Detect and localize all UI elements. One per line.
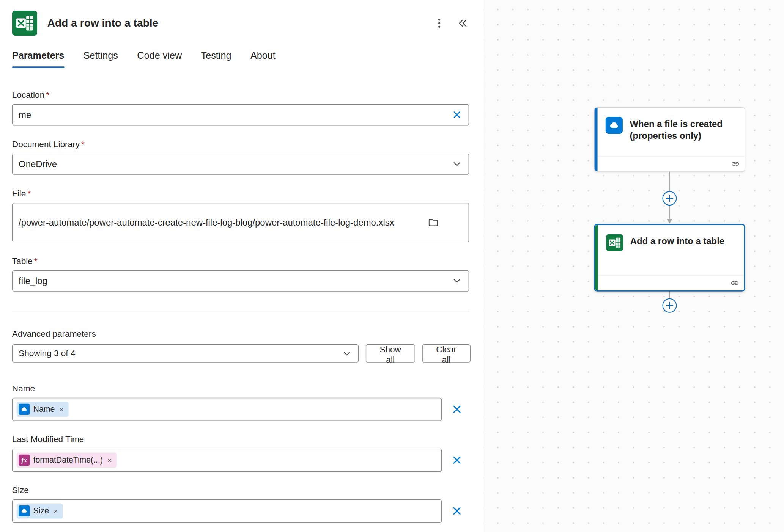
file-label: File* <box>12 189 471 199</box>
tab-testing[interactable]: Testing <box>201 50 231 68</box>
parameters-form: Location* me Document Library* <box>12 90 471 532</box>
last-modified-time-input[interactable]: fx formatDateTime(...) × <box>12 449 442 472</box>
link-indicator-icon <box>731 160 740 168</box>
location-input[interactable]: me <box>12 104 469 126</box>
panel-inner: Add a row into a table Parameters <box>0 0 483 532</box>
plus-icon <box>661 190 678 207</box>
tab-code-view-label: Code view <box>137 50 182 61</box>
expression-token-label: formatDateTime(...) <box>33 455 103 465</box>
remove-expression-token-button[interactable]: × <box>106 456 113 464</box>
action-config-panel: Add a row into a table Parameters <box>0 0 483 532</box>
insert-step-button[interactable] <box>661 190 678 207</box>
size-label: Size <box>12 485 471 496</box>
required-asterisk: * <box>27 189 31 198</box>
tab-code-view[interactable]: Code view <box>137 50 182 68</box>
expression-token-pill[interactable]: fx formatDateTime(...) × <box>17 453 117 468</box>
advanced-filter-value: Showing 3 of 4 <box>19 348 342 359</box>
name-token-pill[interactable]: Name × <box>17 402 69 417</box>
location-label: Location* <box>12 90 471 100</box>
tab-about-label: About <box>250 50 276 61</box>
clear-last-modified-time-button[interactable] <box>451 454 463 466</box>
document-library-dropdown[interactable]: OneDrive <box>12 154 469 175</box>
last-modified-time-param-row: fx formatDateTime(...) × <box>12 449 471 472</box>
table-field: Table* file_log <box>12 256 471 292</box>
table-label-text: Table <box>12 256 33 266</box>
chevron-down-icon[interactable] <box>452 275 463 286</box>
panel-header: Add a row into a table <box>12 0 471 37</box>
trigger-accent-bar <box>595 108 598 171</box>
required-asterisk: * <box>81 140 85 149</box>
size-param-row: Size × <box>12 499 471 523</box>
trigger-node-title: When a file is created (properties only) <box>630 117 738 142</box>
clear-all-button[interactable]: Clear all <box>422 344 471 363</box>
file-field: File* /power-automate/power-automate-cre… <box>12 189 471 242</box>
file-label-text: File <box>12 189 26 198</box>
action-node-body: Add a row into a table <box>595 225 744 275</box>
clear-name-button[interactable] <box>451 403 463 415</box>
trigger-node[interactable]: When a file is created (properties only) <box>594 107 745 172</box>
panel-header-actions <box>432 16 471 31</box>
tab-bar: Parameters Settings Code view Testing Ab… <box>12 50 471 68</box>
chevron-down-icon[interactable] <box>342 348 352 359</box>
onedrive-icon <box>19 505 30 516</box>
action-accent-bar <box>595 225 598 290</box>
onedrive-icon <box>19 404 30 415</box>
tab-settings-label: Settings <box>83 50 118 61</box>
x-icon <box>452 506 462 516</box>
show-all-button[interactable]: Show all <box>366 344 415 363</box>
x-icon <box>452 455 462 465</box>
more-options-button[interactable] <box>432 16 446 31</box>
tab-parameters-label: Parameters <box>12 50 64 61</box>
table-value: file_log <box>19 276 451 286</box>
table-label: Table* <box>12 256 471 267</box>
trigger-node-footer <box>595 156 745 171</box>
remove-size-token-button[interactable]: × <box>52 507 59 515</box>
name-token-label: Name <box>33 405 55 414</box>
tab-about[interactable]: About <box>250 50 276 68</box>
trigger-node-body: When a file is created (properties only) <box>595 108 745 156</box>
more-vertical-icon <box>434 17 444 28</box>
location-label-text: Location <box>12 90 44 100</box>
app-root: Add a row into a table Parameters <box>0 0 784 532</box>
clear-location-button[interactable] <box>452 109 463 120</box>
section-divider <box>12 312 469 312</box>
document-library-label-text: Document Library <box>12 140 80 149</box>
advanced-parameters-row: Showing 3 of 4 Show all Clear all <box>12 344 471 363</box>
add-step-button[interactable] <box>661 297 678 314</box>
excel-icon <box>12 11 37 36</box>
required-asterisk: * <box>46 90 49 100</box>
double-chevron-left-icon <box>457 18 469 28</box>
file-value: /power-automate/power-automate-create-ne… <box>19 214 427 231</box>
size-token-pill[interactable]: Size × <box>17 504 63 519</box>
location-value: me <box>19 110 451 120</box>
document-library-value: OneDrive <box>19 159 451 169</box>
table-dropdown[interactable]: file_log <box>12 270 469 292</box>
browse-file-button[interactable] <box>427 216 440 229</box>
x-icon <box>452 404 462 414</box>
tab-parameters[interactable]: Parameters <box>12 50 64 68</box>
document-library-label: Document Library* <box>12 140 471 150</box>
name-param-row: Name × <box>12 398 471 421</box>
location-field: Location* me <box>12 90 471 126</box>
collapse-panel-button[interactable] <box>454 16 470 30</box>
fx-icon: fx <box>19 455 30 466</box>
name-input[interactable]: Name × <box>12 398 442 421</box>
clear-size-button[interactable] <box>451 505 463 517</box>
advanced-parameters-dropdown[interactable]: Showing 3 of 4 <box>12 344 359 363</box>
flow-canvas[interactable]: When a file is created (properties only) <box>483 0 784 532</box>
tab-testing-label: Testing <box>201 50 231 61</box>
last-modified-time-label: Last Modified Time <box>12 435 471 445</box>
file-input[interactable]: /power-automate/power-automate-create-ne… <box>12 203 469 242</box>
excel-icon <box>606 234 623 251</box>
tab-settings[interactable]: Settings <box>83 50 118 68</box>
last-modified-time-param: Last Modified Time fx formatDateTime(...… <box>12 435 471 472</box>
remove-name-token-button[interactable]: × <box>58 405 65 413</box>
panel-title: Add a row into a table <box>47 17 159 29</box>
required-asterisk: * <box>34 256 38 266</box>
action-node[interactable]: Add a row into a table <box>594 224 745 292</box>
plus-icon <box>661 297 678 314</box>
size-input[interactable]: Size × <box>12 499 442 523</box>
chevron-down-icon[interactable] <box>452 159 463 169</box>
name-param: Name Name × <box>12 384 471 421</box>
action-node-title: Add a row into a table <box>630 234 724 247</box>
